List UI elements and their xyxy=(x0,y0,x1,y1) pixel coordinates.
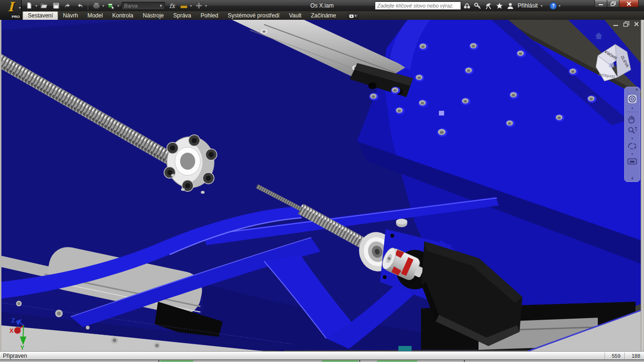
doc-minimize-button[interactable] xyxy=(613,21,619,27)
parameters-fx-button[interactable]: fx xyxy=(167,1,177,10)
tab-nastroje[interactable]: Nástroje xyxy=(138,12,169,20)
iproperties-dropdown[interactable]: ▾ xyxy=(117,4,119,8)
look-at-icon[interactable] xyxy=(627,157,638,165)
search-input[interactable] xyxy=(375,3,461,8)
key-icon[interactable] xyxy=(474,2,482,10)
application-menu-button[interactable]: I PRO ▾ xyxy=(0,0,22,20)
search-box[interactable] xyxy=(375,1,461,10)
help-dropdown[interactable]: ▾ xyxy=(559,4,561,8)
status-message: Připraven xyxy=(0,353,27,359)
minimize-button[interactable] xyxy=(594,0,607,8)
title-bar: ▾ ▾ ▾ Barva ▼ xyxy=(0,0,644,11)
strip-mark xyxy=(158,360,159,362)
model-viewport-3d[interactable]: SHORA ZLEVA ZEPŘEDU Z X Y xyxy=(0,20,644,351)
app-menu-dropdown-icon: ▾ xyxy=(19,6,21,10)
strip-segment xyxy=(160,361,193,362)
pan-hand-icon[interactable] xyxy=(627,115,637,124)
color-override-combobox[interactable]: Barva ▼ xyxy=(122,2,165,10)
tab-zaciname[interactable]: Začínáme xyxy=(306,12,340,20)
strip-segment xyxy=(322,361,358,362)
tab-vault[interactable]: Vault xyxy=(284,12,306,20)
redo-button[interactable] xyxy=(75,1,84,10)
cad-scene: SHORA ZLEVA ZEPŘEDU Z X Y xyxy=(0,20,644,351)
tab-pohled[interactable]: Pohled xyxy=(196,12,223,20)
communication-center-icon[interactable] xyxy=(485,2,493,10)
measure-dropdown[interactable]: ▾ xyxy=(190,4,192,8)
zoom-dropdown[interactable]: ▾ xyxy=(631,137,633,140)
search-binoculars-icon[interactable] xyxy=(463,2,471,10)
pro-badge: PRO xyxy=(12,15,20,19)
steering-wheel-dropdown[interactable]: ▾ xyxy=(631,107,633,110)
free-orbit-icon[interactable] xyxy=(627,141,638,151)
print-button[interactable] xyxy=(91,1,101,10)
navbar-separator xyxy=(627,112,638,112)
quick-access-toolbar: ▾ ▾ ▾ Barva ▼ xyxy=(25,0,207,11)
axis-x-label: X xyxy=(9,327,14,334)
navbar-more-options[interactable]: ⇟ xyxy=(631,176,634,181)
doc-restore-button[interactable] xyxy=(623,21,629,27)
orbit-dropdown[interactable]: ▾ xyxy=(631,152,633,156)
file-counter: 188 xyxy=(624,353,644,359)
inventor-application-window: ▾ ▾ ▾ Barva ▼ xyxy=(0,0,644,362)
sign-in-user-icon[interactable] xyxy=(506,2,514,10)
strip-segment xyxy=(377,361,417,362)
tab-systemove-prostredi[interactable]: Systémové prostředí xyxy=(223,12,284,20)
toolbar-separator xyxy=(88,1,88,10)
measure-button[interactable] xyxy=(179,1,189,10)
tab-kontrola[interactable]: Kontrola xyxy=(107,12,138,20)
occurrence-counter: 559 xyxy=(604,353,624,359)
ribbon-tab-bar: Sestavení Návrh Model Kontrola Nástroje … xyxy=(0,11,644,20)
tab-sestaveni[interactable]: Sestavení xyxy=(23,11,58,20)
zoom-magnifier-icon[interactable] xyxy=(627,126,637,135)
sign-in-dropdown[interactable]: ▾ xyxy=(541,4,543,8)
tab-sprava[interactable]: Správa xyxy=(168,12,196,20)
new-document-dropdown[interactable]: ▾ xyxy=(35,4,37,8)
tab-navrh[interactable]: Návrh xyxy=(58,12,83,20)
combo-dropdown-icon[interactable]: ▼ xyxy=(159,4,163,8)
strip-mark xyxy=(359,360,360,362)
favorites-star-icon[interactable] xyxy=(495,2,504,10)
inventor-logo-icon: I xyxy=(0,0,21,14)
color-combo-value: Barva xyxy=(124,3,138,8)
close-button[interactable] xyxy=(619,0,639,8)
sign-in-label[interactable]: Přihlásit xyxy=(518,2,538,9)
status-bar: Připraven 559 188 xyxy=(0,351,644,360)
iproperties-button[interactable] xyxy=(107,1,116,10)
axis-y-label: Y xyxy=(20,344,25,351)
document-window-controls xyxy=(613,21,639,27)
tab-model[interactable]: Model xyxy=(83,12,107,20)
help-icon[interactable]: ? xyxy=(549,2,557,10)
window-border-left xyxy=(0,20,1,351)
axis-z-label: Z xyxy=(11,317,15,324)
bottom-edge-strip xyxy=(0,360,644,362)
new-document-button[interactable] xyxy=(25,1,34,10)
print-dropdown[interactable]: ▾ xyxy=(102,4,104,8)
navigation-bar: ✕ ▾ ▾ ▾ ⇟ xyxy=(624,87,640,182)
restore-button[interactable] xyxy=(607,0,619,8)
doc-close-button[interactable] xyxy=(634,21,639,27)
title-bar-icon-cluster: Přihlásit ▾ ? ▾ xyxy=(463,1,561,10)
open-button[interactable] xyxy=(40,1,49,10)
steering-wheel-icon[interactable] xyxy=(626,93,638,105)
undo-button[interactable] xyxy=(63,1,73,10)
svg-text:?: ? xyxy=(552,3,554,8)
strip-mark xyxy=(464,360,465,362)
ribbon-display-toggle[interactable]: ▾ xyxy=(347,13,359,19)
add-component-button[interactable] xyxy=(194,1,204,10)
window-controls xyxy=(595,0,639,8)
window-border-right xyxy=(641,20,644,351)
qat-customize-dropdown[interactable]: ▾ xyxy=(205,4,207,8)
navbar-close-icon[interactable]: ✕ xyxy=(635,88,638,92)
save-button[interactable] xyxy=(51,1,61,10)
